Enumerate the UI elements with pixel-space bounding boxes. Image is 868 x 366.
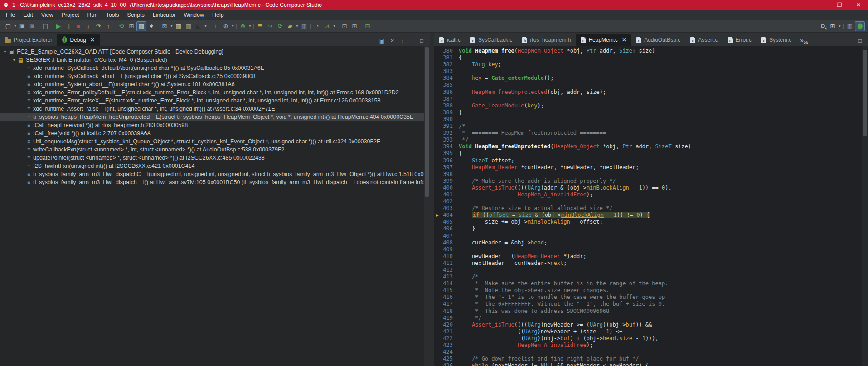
breakpoint-gutter[interactable] <box>434 102 441 109</box>
breakpoint-gutter[interactable] <box>434 123 441 130</box>
breakpoint-gutter[interactable] <box>434 335 441 342</box>
debug-panel-scrollbar[interactable] <box>424 46 430 366</box>
breakpoint-gutter[interactable] <box>434 178 441 185</box>
code-line[interactable]: 385 <box>434 82 868 88</box>
breakpoint-gutter[interactable] <box>434 225 441 232</box>
step-into-button[interactable]: ↓ <box>83 21 93 31</box>
code-line[interactable]: 401 HeapMem_A_invalidFree); <box>434 191 868 198</box>
debug-tree-row[interactable]: ≡I2S_hwiIntFxn(unsigned int)() at I2SCC2… <box>0 162 430 170</box>
code-line[interactable]: 384 key = Gate_enterModule(); <box>434 75 868 82</box>
panel-sash[interactable] <box>430 33 434 46</box>
breakpoint-gutter[interactable] <box>434 362 441 366</box>
code-line[interactable]: 421 ((UArg)newHeader + (size - 1) <= <box>434 328 868 335</box>
code-line[interactable]: 407 <box>434 233 868 239</box>
show-debug-console-icon[interactable]: ▣ <box>379 38 384 44</box>
code-area[interactable]: 380Void HeapMem_free(HeapMem_Object *obj… <box>434 46 868 366</box>
copy-trace-button[interactable]: ⊡ <box>339 21 349 31</box>
add-core-button-dropdown-icon[interactable]: ▾ <box>231 24 235 28</box>
scrollbar-thumb[interactable] <box>425 47 429 197</box>
search-icon[interactable] <box>818 21 828 31</box>
code-line[interactable]: 391/* <box>434 123 868 130</box>
menu-item-window[interactable]: Window <box>180 10 208 20</box>
close-icon[interactable]: ✕ <box>622 37 626 43</box>
breakpoint-gutter[interactable] <box>434 253 441 260</box>
breakpoint-gutter[interactable] <box>434 48 441 54</box>
panel-sash[interactable] <box>430 46 434 366</box>
code-line[interactable]: 404 if ((offset = size & (obj->minBlockA… <box>434 212 868 219</box>
editor-tab-error-c[interactable]: cError.c <box>723 34 756 46</box>
breakpoint-gutter-instruction-pointer-icon[interactable] <box>434 212 441 219</box>
code-line[interactable]: 399 /* Make sure the addr is aligned pro… <box>434 178 868 185</box>
profile-button[interactable]: ◔ <box>312 21 322 31</box>
flag-button[interactable]: ◣ <box>194 21 204 31</box>
menu-item-linticator[interactable]: Linticator <box>149 10 180 20</box>
breakpoint-gutter[interactable] <box>434 356 441 362</box>
code-line[interactable]: 402 <box>434 198 868 205</box>
save-button[interactable]: ▣ <box>17 21 27 31</box>
menu-item-scripts[interactable]: Scripts <box>123 10 149 20</box>
menu-item-view[interactable]: View <box>37 10 58 20</box>
breakpoint-gutter[interactable] <box>434 239 441 246</box>
maximize-button[interactable]: ❐ <box>830 0 849 10</box>
menu-item-run[interactable]: Run <box>83 10 102 20</box>
new-file-button-dropdown-icon[interactable]: ▾ <box>13 24 17 28</box>
new-file-button[interactable]: ▢ <box>3 21 13 31</box>
trace-analyzer-button[interactable]: ≣ <box>255 21 265 31</box>
code-line[interactable]: 383 <box>434 68 868 75</box>
flag-button-dropdown-icon[interactable]: ▾ <box>204 24 208 28</box>
editor-tab-syscallback-c[interactable]: cSysCallback.c <box>466 34 517 46</box>
minimize-button[interactable]: ─ <box>811 0 830 10</box>
minimize-view-icon[interactable]: ─ <box>411 38 415 44</box>
editor-tab-audiooutbsp-c[interactable]: cAudioOutBsp.c <box>631 34 685 46</box>
tree-expander-icon[interactable]: ▾ <box>11 58 17 62</box>
code-line[interactable]: 412 <box>434 267 868 273</box>
highlighter-button-dropdown-icon[interactable]: ▾ <box>332 24 336 28</box>
code-line[interactable]: 380Void HeapMem_free(HeapMem_Object *obj… <box>434 48 868 54</box>
view-menu-icon[interactable]: ⋮ <box>400 38 405 44</box>
code-line[interactable]: 382 IArg key; <box>434 61 868 68</box>
breakpoint-gutter[interactable] <box>434 164 441 171</box>
debug-tree-row[interactable]: ≡xdc_runtime_System_abort__E(unsigned ch… <box>0 80 430 88</box>
code-line[interactable]: 418 * This was done to address SDOCM0009… <box>434 308 868 315</box>
breakpoint-gutter[interactable] <box>434 89 441 96</box>
code-line[interactable]: 424 <box>434 349 868 356</box>
code-line[interactable]: 389} <box>434 109 868 116</box>
open-perspective-button-dropdown-icon[interactable]: ▾ <box>838 24 842 28</box>
code-line[interactable]: 420 Assert_isTrue((((UArg)newHeader >= (… <box>434 322 868 328</box>
code-line[interactable]: 422 (UArg)(obj->buf) + (obj->head.size -… <box>434 335 868 342</box>
code-line[interactable]: 405 size += obj->minBlockAlign - offset; <box>434 219 868 225</box>
breakpoint-gutter[interactable] <box>434 185 441 191</box>
code-line[interactable]: 388 Gate_leaveModule(key); <box>434 102 868 109</box>
pin-button-dropdown-icon[interactable]: ▾ <box>295 24 299 28</box>
code-line[interactable]: 387 <box>434 96 868 102</box>
breakpoint-gutter[interactable] <box>434 116 441 123</box>
breakpoint-gutter[interactable] <box>434 130 441 137</box>
memory-browser-button[interactable]: ⊞ <box>126 21 136 31</box>
breakpoint-gutter[interactable] <box>434 157 441 164</box>
view-tab-debug[interactable]: Debug✕ <box>57 34 99 46</box>
debug-tree-row[interactable]: ▾▤SEGGER J-Link Emulator_0/Cortex_M4_0 (… <box>0 56 430 64</box>
loop-button[interactable]: ⟳ <box>275 21 285 31</box>
tree-expander-icon[interactable]: ▾ <box>2 49 8 54</box>
code-line[interactable]: 416 * The "- 1" is to handle the case we… <box>434 294 868 301</box>
code-line[interactable]: 403 /* Restore size to actual allocated … <box>434 205 868 212</box>
code-line[interactable]: 410 newHeader = (HeapMem_Header *)addr; <box>434 253 868 260</box>
editor-scrollbar[interactable] <box>862 46 868 366</box>
code-line[interactable]: 400 Assert_isTrue((((UArg)addr & (obj->m… <box>434 185 868 191</box>
editor-tab-heapmem-c[interactable]: cHeapMem.c✕ <box>576 34 631 46</box>
code-line[interactable]: 390 <box>434 116 868 123</box>
debug-tree-row[interactable]: ≡xdc_runtime_Error_policyDefault__E(stru… <box>0 88 430 97</box>
code-line[interactable]: 415 * Note the obj->head.size never chan… <box>434 287 868 294</box>
view-tab-project-explorer[interactable]: Project Explorer <box>0 34 57 46</box>
breakpoint-gutter[interactable] <box>434 109 441 116</box>
menu-item-file[interactable]: File <box>2 10 19 20</box>
pin-button[interactable]: ▰ <box>285 21 295 31</box>
refresh-button[interactable]: ∗ <box>146 21 156 31</box>
code-line[interactable]: 393 */ <box>434 137 868 143</box>
variables-button[interactable]: ⊠ <box>160 21 170 31</box>
new-debug-session-button[interactable]: + <box>211 21 221 31</box>
step-over-button[interactable]: ↷ <box>93 21 103 31</box>
editor-tab-assert-c[interactable]: cAssert.c <box>685 34 723 46</box>
debug-tree-row[interactable]: ≡ICall_free(void *)() at icall.c:2.707 0… <box>0 129 430 137</box>
debug-config-button[interactable]: ⊚ <box>238 21 248 31</box>
